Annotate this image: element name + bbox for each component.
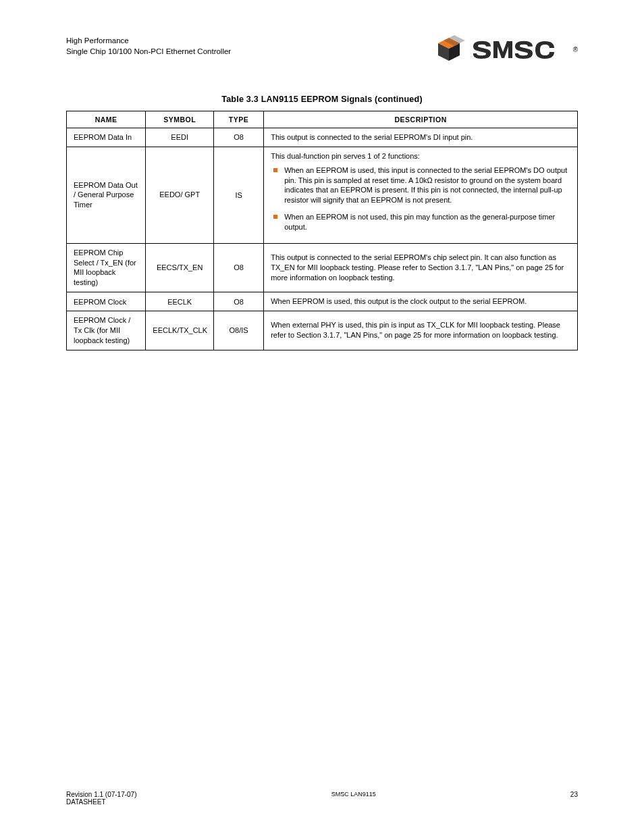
cell-name: EEPROM Chip Select / Tx_EN (for MII loop… bbox=[67, 243, 146, 292]
cell-type: O8 bbox=[214, 243, 264, 292]
list-item: When an EEPROM is used, this input is co… bbox=[271, 165, 570, 205]
table-row: EEPROM Data Out / General Purpose Timer … bbox=[67, 147, 578, 243]
page-footer: Revision 1.1 (07-17-07) DATASHEET SMSC L… bbox=[66, 791, 578, 806]
list-item: When an EEPROM is not used, this pin may… bbox=[271, 212, 570, 232]
table-header-row: NAME SYMBOL TYPE DESCRIPTION bbox=[67, 111, 578, 128]
table-row: EEPROM Chip Select / Tx_EN (for MII loop… bbox=[67, 243, 578, 292]
smsc-cube-icon bbox=[431, 35, 466, 63]
smsc-logo: ® bbox=[431, 35, 578, 63]
cell-type: IS bbox=[214, 147, 264, 243]
cell-desc: This dual-function pin serves 1 of 2 fun… bbox=[264, 147, 578, 243]
footer-revision: Revision 1.1 (07-17-07) bbox=[66, 791, 137, 798]
cell-symbol: EECLK bbox=[146, 292, 214, 311]
cell-desc: When external PHY is used, this pin is i… bbox=[264, 311, 578, 350]
cell-desc-lead: This dual-function pin serves 1 of 2 fun… bbox=[271, 152, 420, 160]
cell-desc: When EEPROM is used, this output is the … bbox=[264, 292, 578, 311]
page-header: High Performance Single Chip 10/100 Non-… bbox=[66, 35, 578, 63]
footer-left: Revision 1.1 (07-17-07) DATASHEET bbox=[66, 791, 137, 806]
col-header-name: NAME bbox=[67, 111, 146, 128]
header-line2: Single Chip 10/100 Non-PCI Ethernet Cont… bbox=[66, 46, 231, 57]
footer-product: SMSC LAN9115 bbox=[331, 791, 376, 806]
cell-name: EEPROM Data Out / General Purpose Timer bbox=[67, 147, 146, 243]
cell-name: EEPROM Data In bbox=[67, 128, 146, 147]
signals-table: NAME SYMBOL TYPE DESCRIPTION EEPROM Data… bbox=[66, 111, 578, 350]
col-header-symbol: SYMBOL bbox=[146, 111, 214, 128]
cell-type: O8 bbox=[214, 128, 264, 147]
table-row: EEPROM Clock EECLK O8 When EEPROM is use… bbox=[67, 292, 578, 311]
cell-desc: This output is connected to the serial E… bbox=[264, 128, 578, 147]
cell-desc: This output is connected to the serial E… bbox=[264, 243, 578, 292]
table-caption: Table 3.3 LAN9115 EEPROM Signals (contin… bbox=[66, 95, 578, 104]
table-row: EEPROM Clock / Tx Clk (for MII loopback … bbox=[67, 311, 578, 350]
cell-symbol: EEDI bbox=[146, 128, 214, 147]
footer-page-number: 23 bbox=[570, 791, 578, 806]
cell-type: O8/IS bbox=[214, 311, 264, 350]
cell-symbol: EEDO/ GPT bbox=[146, 147, 214, 243]
cell-name: EEPROM Clock bbox=[67, 292, 146, 311]
footer-datasheet-label: DATASHEET bbox=[66, 798, 137, 806]
smsc-wordmark-icon bbox=[472, 38, 566, 61]
cell-name: EEPROM Clock / Tx Clk (for MII loopback … bbox=[67, 311, 146, 350]
header-line1: High Performance bbox=[66, 35, 231, 46]
registered-trademark: ® bbox=[573, 46, 578, 53]
table-row: EEPROM Data In EEDI O8 This output is co… bbox=[67, 128, 578, 147]
header-title-block: High Performance Single Chip 10/100 Non-… bbox=[66, 35, 231, 57]
cell-symbol: EECLK/TX_CLK bbox=[146, 311, 214, 350]
col-header-desc: DESCRIPTION bbox=[264, 111, 578, 128]
col-header-type: TYPE bbox=[214, 111, 264, 128]
bullet-list: When an EEPROM is used, this input is co… bbox=[271, 165, 570, 232]
cell-symbol: EECS/TX_EN bbox=[146, 243, 214, 292]
cell-type: O8 bbox=[214, 292, 264, 311]
